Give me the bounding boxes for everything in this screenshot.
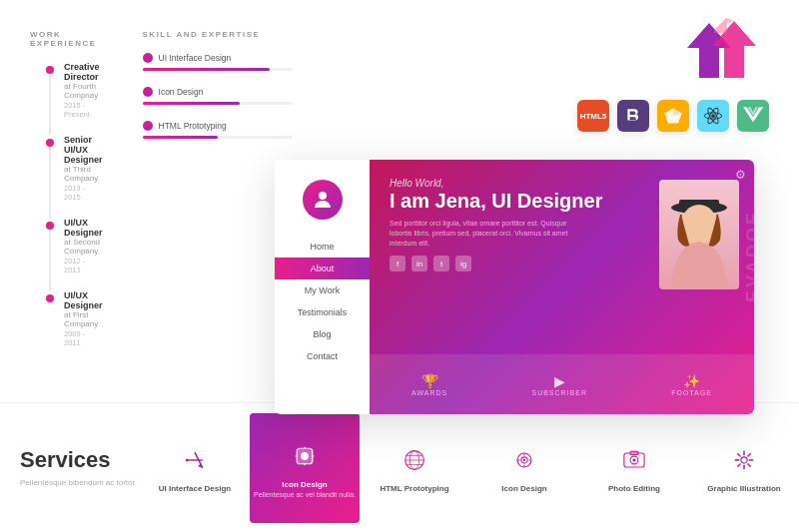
portfolio-main: ⚙ EVADOE Hello World, I am Jena, UI Desi… [370,160,754,414]
tech-badge-bootstrap [617,100,649,132]
subscriber-label: SUBSCRIBER [531,389,587,396]
skill-item-1: Icon Design [143,87,293,105]
instagram-icon[interactable]: ig [455,256,471,271]
exp-years-2: 2012 - 2013 [64,257,103,274]
exp-title-1: Senior UI/UX Designer [64,135,103,165]
exp-item-1: Senior UI/UX Designer at Third Company 2… [50,135,103,202]
services-panel: Services Pellentesque bibendum ac tortor… [0,402,799,532]
skill-item-2: HTML Prototyping [143,121,293,139]
awards-icon: 🏆 [411,373,447,389]
nav-contact[interactable]: Contact [275,345,370,367]
skill-bar-bg-2 [143,136,293,139]
portfolio-avatar [303,180,343,220]
linkedin-icon[interactable]: in [411,256,427,271]
svg-point-39 [632,458,635,461]
skill-bar-bg-1 [143,102,293,105]
resume-panel: WORK EXPERIENCE Creative Director at Fou… [0,0,270,399]
arrow-logo [679,18,759,88]
exp-company-1: at Third Company [64,165,103,183]
profile-photo [659,180,739,289]
skill-item-0: UI Interface Design [143,53,293,71]
graphic-illus-icon-wrap [726,442,762,478]
portfolio-desc: Sed porttitor orci ligula, vitae ornare … [390,219,569,248]
service-desc-icon: Pellentesque ac vel blandit nulla. [250,491,360,498]
photo-editing-icon-wrap [616,442,652,478]
tech-badge-html: HTML5 [577,100,609,132]
svg-line-45 [737,453,740,456]
skill-icon-0 [143,53,153,63]
svg-point-17 [186,458,189,461]
skill-title: SKILL AND EXPERTISE [143,30,293,39]
portfolio-stat-subscriber: ▶ SUBSCRIBER [531,373,587,396]
skill-icon-1 [143,87,153,97]
tech-badge-react [697,100,729,132]
svg-point-32 [523,459,525,461]
portfolio-stat-awards: 🏆 AWARDS [411,373,447,396]
portfolio-window: Home About My Work Testimonials Blog Con… [275,160,754,414]
skill-icon-2 [143,121,153,131]
exp-item-3: UI/UX Designer at First Company 2009 - 2… [50,290,103,347]
skills-list: UI Interface Design Icon Design [143,53,293,139]
exp-item-0: Creative Director at Fourth Compnay 2015… [50,62,103,119]
service-name-graphic: Graphic Illustration [707,484,780,493]
service-card-icon2[interactable]: Icon Design [469,413,579,523]
awards-label: AWARDS [411,389,447,396]
exp-title-2: UI/UX Designer [64,218,103,238]
skill-bar-fill-1 [143,102,241,105]
work-exp-section: Creative Director at Fourth Compnay 2015… [50,62,103,347]
exp-company-2: at Second Company [64,238,103,256]
svg-line-46 [748,464,751,467]
svg-line-47 [748,453,751,456]
exp-company-3: at First Company [64,310,103,328]
service-card-photo[interactable]: Photo Editing [579,413,689,523]
services-label-block: Services Pellentesque bibendum ac tortor… [20,447,140,488]
skill-bar-fill-2 [143,136,218,139]
profile-photo-inner [659,180,739,289]
footage-icon: ✨ [671,373,712,389]
nav-about[interactable]: About [275,258,370,279]
skill-name-0: UI Interface Design [159,53,232,63]
nav-mywork[interactable]: My Work [275,279,370,301]
service-name-html: HTML Prototyping [380,484,448,493]
portfolio-stat-footage: ✨ FOOTAGE [671,373,712,396]
exp-years-1: 2013 - 2015 [64,184,103,202]
svg-point-11 [319,192,327,200]
exp-title-3: UI/UX Designer [64,290,103,310]
service-name-icon: Icon Design [282,480,327,489]
ui-design-icon-wrap [177,442,213,478]
service-name-icon2: Icon Design [501,484,546,493]
exp-company-0: at Fourth Compnay [64,82,103,100]
service-name-photo: Photo Editing [608,484,660,493]
svg-point-49 [741,457,747,463]
portfolio-bottom: 🏆 AWARDS ▶ SUBSCRIBER ✨ FOOTAGE [370,354,754,414]
nav-testimonials[interactable]: Testimonials [275,301,370,323]
service-name-ui: UI Interface Design [159,484,231,493]
service-card-icon[interactable]: Icon Design Pellentesque ac vel blandit … [250,413,360,523]
exp-title-0: Creative Director [64,62,103,82]
svg-point-2 [711,114,715,118]
portfolio-sidebar: Home About My Work Testimonials Blog Con… [275,160,370,414]
icon-design-icon-wrap [287,438,323,474]
twitter-icon[interactable]: t [433,256,449,271]
facebook-icon[interactable]: f [390,256,405,271]
exp-years-3: 2009 - 2011 [64,329,103,347]
skill-name-1: Icon Design [159,87,204,97]
service-card-ui[interactable]: UI Interface Design [140,413,250,523]
work-exp-title: WORK EXPERIENCE [30,30,103,48]
services-title: Services [20,447,140,473]
services-subtitle: Pellentesque bibendum ac tortor. [20,477,140,488]
exp-years-0: 2015 - Present [64,101,103,119]
service-card-graphic[interactable]: Graphic Illustration [689,413,799,523]
subscriber-icon: ▶ [531,373,587,389]
html-proto-icon-wrap [397,442,432,478]
footage-label: FOOTAGE [671,389,712,396]
svg-point-20 [301,452,309,460]
skill-bar-bg-0 [143,68,293,71]
service-card-html[interactable]: HTML Prototyping [360,413,469,523]
tech-badge-vue [737,100,769,132]
tech-icon-row: HTML5 [577,100,769,132]
nav-home[interactable]: Home [275,236,370,258]
icon-design2-icon-wrap [506,442,542,478]
exp-item-2: UI/UX Designer at Second Company 2012 - … [50,218,103,274]
nav-blog[interactable]: Blog [275,323,370,345]
